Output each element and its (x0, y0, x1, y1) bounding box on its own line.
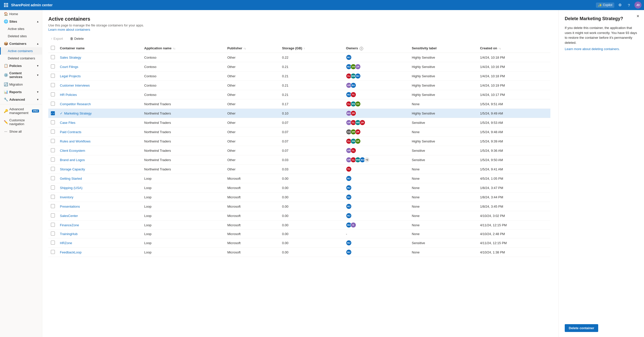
container-name-link[interactable]: Inventory (60, 195, 73, 199)
row-name[interactable]: Shipping (USA) (57, 183, 142, 193)
container-name-link[interactable]: Storage Capacity (60, 167, 85, 171)
table-row[interactable]: PresentationsLoopMicrosoft0.00MJNone1/8/… (48, 202, 550, 211)
row-checkbox[interactable] (51, 74, 55, 78)
avatar[interactable]: JD (634, 2, 641, 9)
row-checkbox[interactable] (51, 223, 55, 227)
row-name[interactable]: Inventory (57, 193, 142, 202)
sidebar-item-deleted-containers[interactable]: Deleted containers (0, 55, 42, 62)
row-name[interactable]: ✓Marketing Strategy (57, 109, 142, 118)
container-name-link[interactable]: SalesCenter (60, 214, 78, 218)
sidebar-item-advanced[interactable]: 🔧 Advanced ▼ (0, 96, 42, 103)
table-row[interactable]: Client EcosystemNorthwind TradersOther0.… (48, 146, 550, 155)
col-header-created[interactable]: Created on ↑↓ (477, 44, 550, 53)
row-name[interactable]: Customer Interviews (57, 81, 142, 90)
sidebar-item-home[interactable]: 🏠 Home (0, 10, 42, 18)
sidebar-item-reports[interactable]: 📊 Reports ▼ (0, 88, 42, 96)
container-name-link[interactable]: Sales Strategy (60, 56, 81, 59)
row-checkbox-cell[interactable] (48, 238, 57, 248)
sidebar-item-content-services[interactable]: ⚙️ Content services ▼ (0, 69, 42, 81)
container-name-link[interactable]: FeedbackLoop (60, 250, 82, 254)
row-checkbox-cell[interactable] (48, 81, 57, 90)
row-name[interactable]: HR Policies (57, 90, 142, 99)
row-name[interactable]: Brand and Logos (57, 155, 142, 165)
sidebar-item-policies[interactable]: 📋 Policies ▼ (0, 62, 42, 69)
table-row[interactable]: Sales StrategyContosoOther0.22MJHighly S… (48, 53, 550, 62)
row-checkbox[interactable]: ✓ (51, 111, 55, 115)
table-row[interactable]: HR PoliciesContosoOther0.21MJTCHighly Se… (48, 90, 550, 99)
row-checkbox[interactable] (51, 102, 55, 106)
container-name-link[interactable]: Brand and Logos (60, 158, 85, 162)
row-checkbox-cell[interactable] (48, 99, 57, 109)
select-all-header[interactable] (48, 44, 57, 53)
sidebar-item-active-sites[interactable]: Active sites (0, 25, 42, 32)
row-name[interactable]: FeedbackLoop (57, 248, 142, 257)
sidebar-item-active-containers[interactable]: Active containers (0, 47, 42, 55)
container-name-link[interactable]: Competitor Research (60, 102, 91, 106)
col-header-publisher[interactable]: Publisher ↑↓ (225, 44, 280, 53)
row-checkbox-cell[interactable] (48, 193, 57, 202)
settings-icon[interactable]: ⚙ (616, 2, 623, 9)
table-row[interactable]: ✓✓Marketing StrategyNorthwind TradersOth… (48, 109, 550, 118)
container-name-link[interactable]: HR Policies (60, 93, 77, 97)
table-row[interactable]: HRZoneLoopMicrosoft0.00MJSensitive4/11/2… (48, 238, 550, 248)
sidebar-item-customize-navigation[interactable]: ✏️ Customize navigation (0, 117, 42, 128)
row-name[interactable]: TrainingHub (57, 230, 142, 238)
row-name[interactable]: Court Filings (57, 62, 142, 71)
row-name[interactable]: Rules and Workflows (57, 137, 142, 146)
row-checkbox[interactable] (51, 204, 55, 208)
table-row[interactable]: Paid ContractsNorthwind TradersOther0.07… (48, 127, 550, 137)
row-checkbox-cell[interactable] (48, 62, 57, 71)
row-name[interactable]: Sales Strategy (57, 53, 142, 62)
delete-container-button[interactable]: Delete container (565, 324, 598, 332)
table-row[interactable]: Case FilesNorthwind TradersOther0.07ARCL… (48, 118, 550, 127)
row-checkbox[interactable] (51, 250, 55, 254)
table-row[interactable]: Brand and LogosNorthwind TradersOther0.0… (48, 155, 550, 165)
row-checkbox[interactable] (51, 139, 55, 143)
table-row[interactable]: InventoryLoopMicrosoft0.00MJNone1/8/24, … (48, 193, 550, 202)
row-name[interactable]: Competitor Research (57, 99, 142, 109)
row-checkbox-cell[interactable] (48, 220, 57, 230)
row-checkbox[interactable] (51, 148, 55, 152)
row-checkbox[interactable] (51, 64, 55, 68)
container-name-link[interactable]: Paid Contracts (60, 130, 81, 134)
container-name-link[interactable]: Shipping (USA) (60, 186, 83, 190)
row-checkbox[interactable] (51, 158, 55, 162)
row-checkbox-cell[interactable] (48, 53, 57, 62)
row-checkbox-cell[interactable] (48, 90, 57, 99)
table-row[interactable]: TrainingHubLoopMicrosoft0.00-None4/10/24… (48, 230, 550, 238)
row-checkbox[interactable] (51, 185, 55, 190)
row-checkbox-cell[interactable] (48, 211, 57, 220)
learn-more-link[interactable]: Learn more about containers (48, 28, 90, 31)
table-row[interactable]: FinanceZoneLoopMicrosoft0.00MJKNone4/11/… (48, 220, 550, 230)
owners-info-icon[interactable]: i (360, 47, 363, 50)
right-panel-close-button[interactable]: ✕ (635, 13, 641, 19)
container-name-link[interactable]: Customer Interviews (60, 84, 90, 87)
row-checkbox[interactable] (51, 195, 55, 199)
sidebar-item-deleted-sites[interactable]: Deleted sites (0, 32, 42, 40)
row-checkbox[interactable] (51, 92, 55, 96)
row-name[interactable]: Paid Contracts (57, 127, 142, 137)
table-row[interactable]: Customer InterviewsContosoOther0.21ARBUH… (48, 81, 550, 90)
row-name[interactable]: FinanceZone (57, 220, 142, 230)
export-button[interactable]: ↑ Export (48, 35, 65, 42)
container-name-link[interactable]: Rules and Workflows (60, 139, 91, 143)
row-checkbox[interactable] (51, 167, 55, 171)
container-name-link[interactable]: Presentations (60, 205, 80, 208)
row-checkbox[interactable] (51, 213, 55, 217)
row-checkbox-cell[interactable] (48, 230, 57, 238)
table-row[interactable]: Competitor ResearchNorthwind TradersOthe… (48, 99, 550, 109)
container-name-link[interactable]: Legal Projects (60, 74, 81, 78)
table-row[interactable]: FeedbackLoopLoopMicrosoft0.00MJNone4/10/… (48, 248, 550, 257)
select-all-checkbox[interactable] (51, 46, 55, 50)
sidebar-item-advanced-management[interactable]: 🔑 Advanced management PRO (0, 105, 42, 117)
table-row[interactable]: Getting StartedLoopMicrosoft0.00MJNone4/… (48, 174, 550, 183)
row-checkbox[interactable] (51, 241, 55, 245)
container-name-link[interactable]: Case Files (60, 121, 75, 125)
row-checkbox-cell[interactable] (48, 127, 57, 137)
waffle-icon[interactable] (3, 2, 10, 9)
container-name-link[interactable]: TrainingHub (60, 232, 78, 236)
row-name[interactable]: HRZone (57, 238, 142, 248)
row-checkbox-cell[interactable] (48, 155, 57, 165)
sidebar-item-containers[interactable]: 📦 Containers ▲ (0, 40, 42, 47)
row-checkbox[interactable] (51, 130, 55, 134)
